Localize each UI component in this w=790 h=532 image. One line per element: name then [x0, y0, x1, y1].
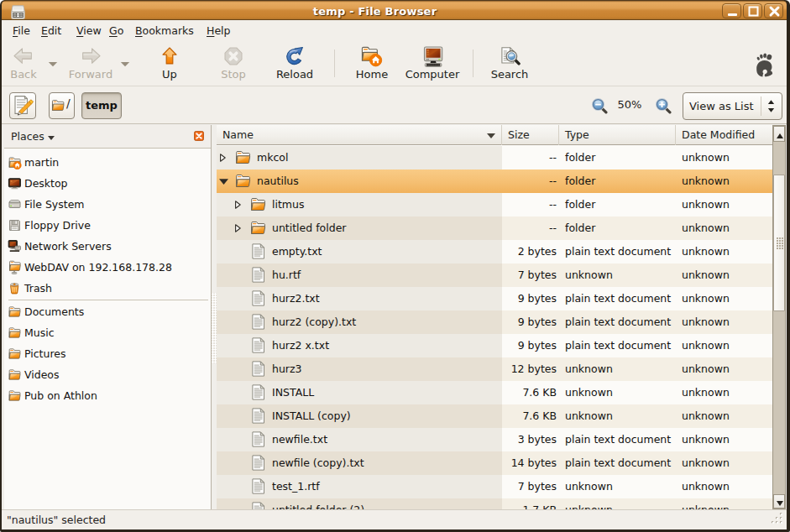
file-size: 9 bytes [456, 287, 557, 310]
titlebar[interactable]: temp - File Browser [2, 0, 787, 20]
file-row-empty-txt[interactable]: empty.txt2 bytesplain text documentunkno… [217, 240, 772, 263]
file-icon [249, 266, 267, 284]
file-size: -- [456, 170, 557, 193]
current-path-button[interactable]: temp [81, 92, 122, 119]
column-header-type[interactable]: Type [559, 125, 676, 145]
column-header-label: Type [559, 125, 675, 145]
sidebar-item-pub-on-athlon[interactable]: Pub on Athlon [4, 385, 211, 406]
scroll-up-button[interactable] [773, 126, 785, 142]
toolbar-up-button[interactable]: Up [140, 45, 199, 84]
back-history-dropdown[interactable] [46, 57, 60, 70]
file-name: newfile.txt [272, 428, 327, 451]
root-path-button[interactable]: / [49, 92, 75, 119]
file-row-hurz2-txt[interactable]: hurz2.txt9 bytesplain text documentunkno… [217, 287, 772, 310]
file-name: nautilus [257, 170, 299, 193]
file-row-hurz3[interactable]: hurz312 bytesunknownunknown [217, 357, 772, 381]
sidebar-item-martin[interactable]: martin [4, 152, 211, 173]
zoom-in-button[interactable] [653, 96, 672, 114]
expander-collapsed-icon[interactable] [219, 153, 227, 163]
file-row-untitled-folder-2-[interactable]: untitled folder (2)1.7 KBunknownunknown [217, 498, 772, 509]
expander-collapsed-icon[interactable] [234, 200, 242, 210]
file-row-hurz2-x-txt[interactable]: hurz2 x.txt9 bytesplain text documentunk… [217, 334, 772, 357]
toolbar-reload-button[interactable]: Reload [265, 45, 324, 84]
column-header-name[interactable]: Name [217, 125, 502, 145]
expander-expanded-icon[interactable] [218, 178, 229, 185]
file-icon [249, 243, 267, 260]
view-mode-selector[interactable]: View as List [683, 92, 782, 120]
sidebar-item-videos[interactable]: Videos [4, 364, 211, 385]
file-row-nautilus[interactable]: nautilus--folderunknown [217, 170, 772, 193]
toggle-location-entry-button[interactable] [9, 92, 36, 119]
file-row-hu-rtf[interactable]: hu.rtf7 bytesunknownunknown [217, 263, 772, 287]
sort-indicator-icon [487, 133, 495, 143]
menu-edit[interactable]: Edit [35, 20, 67, 41]
column-header-size[interactable]: Size [502, 125, 559, 145]
sidebar-item-documents[interactable]: Documents [4, 301, 211, 322]
toolbar-home-button[interactable]: Home [343, 45, 401, 84]
menubar: FileEditViewGoBookmarksHelp [2, 20, 787, 41]
thumb-grip [777, 237, 784, 249]
sidebar-item-webdav-on-192-168-178-28[interactable]: WebDAV on 192.168.178.28 [4, 257, 211, 278]
sidebar-item-file-system[interactable]: File System [4, 194, 211, 215]
menu-view[interactable]: View [71, 20, 107, 41]
toolbar-search-button[interactable]: Search [480, 45, 539, 84]
file-size: 12 bytes [456, 357, 557, 381]
menu-help[interactable]: Help [201, 20, 237, 41]
sidebar-item-pictures[interactable]: Pictures [4, 343, 211, 364]
file-type: unknown [565, 357, 613, 381]
column-header-label: Date Modified [676, 125, 772, 145]
toolbar-computer-button[interactable]: Computer [403, 45, 462, 84]
sidebar-item-music[interactable]: Music [4, 322, 211, 343]
column-header-date-modified[interactable]: Date Modified [676, 125, 772, 145]
file-row-newfile-copy-txt[interactable]: newfile (copy).txt14 bytesplain text doc… [217, 451, 772, 475]
toolbar-button-label: Back [0, 68, 53, 81]
file-icon [249, 336, 267, 354]
view-mode-label: View as List [689, 93, 754, 120]
sidebar-item-desktop[interactable]: Desktop [4, 173, 211, 194]
minimize-button[interactable] [722, 3, 741, 18]
file-type: plain text document [565, 451, 671, 475]
scroll-down-button[interactable] [773, 494, 785, 509]
sidebar-mode-selector[interactable]: Places [4, 125, 211, 149]
file-icon [249, 501, 267, 509]
sidebar-item-label: Videos [24, 364, 60, 385]
folder-icon [8, 305, 22, 319]
statusbar: "nautilus" selected [2, 509, 787, 529]
sidebar-item-label: Trash [24, 278, 52, 299]
file-row-untitled-folder[interactable]: untitled folder--folderunknown [217, 216, 772, 240]
folder-icon [8, 347, 22, 361]
file-row-install[interactable]: INSTALL7.6 KBunknownunknown [217, 381, 772, 404]
close-button[interactable] [764, 3, 783, 18]
resize-grip[interactable] [769, 512, 784, 527]
menu-go[interactable]: Go [103, 20, 129, 41]
file-date: unknown [682, 334, 730, 357]
file-row-litmus[interactable]: litmus--folderunknown [217, 193, 772, 216]
scrollbar-thumb[interactable] [773, 175, 785, 311]
folder-icon [249, 219, 267, 237]
menu-file[interactable]: File [7, 20, 36, 41]
zoom-out-button[interactable] [589, 96, 608, 114]
sidebar-close-button[interactable] [194, 131, 204, 141]
vertical-scrollbar[interactable] [772, 125, 786, 509]
expander-collapsed-icon[interactable] [234, 223, 242, 233]
file-list-view: NameSizeTypeDate Modified mkcol--folderu… [217, 125, 772, 509]
forward-history-dropdown[interactable] [118, 57, 132, 70]
maximize-button[interactable] [743, 3, 762, 18]
sidebar-item-network-servers[interactable]: Network Servers [4, 236, 211, 257]
home-folder-icon [8, 155, 22, 170]
file-date: unknown [682, 263, 730, 287]
sidebar-item-floppy-drive[interactable]: Floppy Drive [4, 215, 211, 236]
home-icon [361, 45, 383, 67]
list-rows: mkcol--folderunknownnautilus--folderunkn… [217, 146, 772, 509]
file-row-test-1-rtf[interactable]: test_1.rtf7 bytesunknownunknown [217, 475, 772, 498]
file-row-newfile-txt[interactable]: newfile.txt3 bytesplain text documentunk… [217, 428, 772, 451]
file-size: 14 bytes [456, 451, 557, 475]
file-date: unknown [682, 146, 730, 170]
sidebar-item-trash[interactable]: Trash [4, 278, 211, 299]
file-row-hurz2-copy-txt[interactable]: hurz2 (copy).txt9 bytesplain text docume… [217, 310, 772, 334]
toolbar-back-button: Back [0, 45, 53, 84]
menu-bookmarks[interactable]: Bookmarks [129, 20, 200, 41]
file-row-mkcol[interactable]: mkcol--folderunknown [217, 146, 772, 170]
gnome-foot-logo-icon [754, 53, 775, 78]
file-row-install-copy-[interactable]: INSTALL (copy)7.6 KBunknownunknown [217, 404, 772, 428]
